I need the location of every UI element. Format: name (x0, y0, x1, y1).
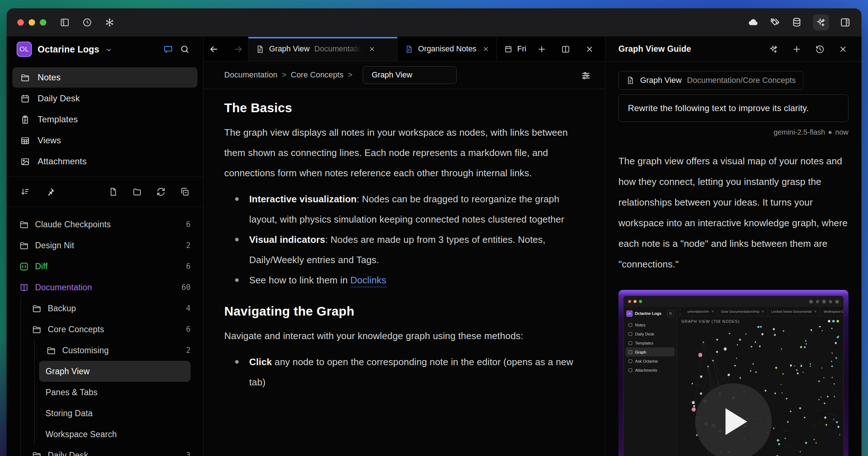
tree-item-workspace-search[interactable]: Workspace Search (7, 424, 191, 445)
embedded-video[interactable]: OL Octarine Logs NotesDaily DeskTemplate… (618, 290, 848, 456)
list-item: Interactive visualization: Nodes can be … (235, 189, 575, 229)
sidebar-item-views[interactable]: Views (12, 130, 197, 151)
new-chat-icon[interactable] (791, 44, 802, 55)
clock-icon[interactable] (82, 17, 93, 28)
collapse-all-icon[interactable] (179, 186, 190, 197)
tree-item-storing-data[interactable]: Storing Data (7, 403, 191, 424)
tab-organised-notes[interactable]: Organised Notes (397, 37, 497, 61)
tree-toolbar (7, 179, 203, 204)
tree-item-daily-desk[interactable]: Daily Desk3 (7, 445, 191, 456)
tree-item-claude-checkpoints[interactable]: Claude Checkpoints6 (7, 214, 191, 235)
database-icon[interactable] (791, 17, 802, 28)
asterisk-icon[interactable] (104, 17, 115, 28)
tree-item-panes-tabs[interactable]: Panes & Tabs (7, 382, 191, 403)
mini-tab-umentation-im: umentation/Im✕ (684, 307, 718, 316)
tree-item-customising[interactable]: Customising2 (7, 340, 191, 361)
folder-icon (19, 220, 29, 229)
item-count: 6 (186, 262, 191, 271)
mini-nav-attachments: Attachments (626, 366, 675, 375)
tab-friday-d[interactable]: Friday, D (497, 37, 526, 61)
mini-tab-gear-documentation-imp: Gear Documentation/Imp✕ (718, 307, 768, 316)
tab-graph-view[interactable]: Graph ViewDocumentatio (248, 37, 397, 61)
tree-item-backup[interactable]: Backup4 (7, 298, 191, 319)
titlebar (7, 8, 861, 37)
tree-item-core-concepts[interactable]: Core Concepts6 (7, 319, 191, 340)
note-editor[interactable]: The Basics The graph view displays all n… (204, 89, 605, 456)
section-heading: Navigating the Graph (224, 304, 575, 318)
sync-icon[interactable] (156, 186, 166, 197)
sidebar-item-notes[interactable]: Notes (12, 67, 197, 88)
folder-icon (19, 241, 29, 250)
item-count: 6 (186, 325, 191, 334)
item-count: 2 (186, 346, 191, 355)
zoom-window-button[interactable] (40, 19, 46, 26)
folder-icon (46, 346, 56, 355)
play-button[interactable] (695, 383, 772, 456)
file-icon (405, 45, 413, 54)
tags-icon[interactable] (770, 17, 780, 28)
item-count: 6 (186, 220, 191, 229)
history-icon[interactable] (814, 44, 825, 55)
chevron-down-icon[interactable] (105, 46, 112, 54)
close-panel-icon[interactable] (838, 44, 848, 55)
search-icon[interactable] (179, 44, 190, 55)
close-window-button[interactable] (17, 19, 24, 26)
tree-item-design-nit[interactable]: Design Nit2 (7, 235, 191, 256)
cloud-sync-icon[interactable] (748, 17, 759, 28)
workspace-name[interactable]: Octarine Logs (38, 44, 99, 55)
folder-icon (32, 325, 42, 334)
new-tab-icon[interactable] (536, 44, 547, 55)
doclinks-link[interactable]: Doclinks (350, 275, 386, 287)
close-tab-icon[interactable] (482, 46, 489, 52)
file-icon (626, 76, 635, 85)
code-icon (19, 262, 29, 271)
mini-graph-title: GRAPH VIEW (708 NODES) (681, 319, 740, 324)
history-forward-icon[interactable] (233, 44, 244, 55)
item-count: 3 (186, 451, 191, 456)
close-tab-icon[interactable] (369, 46, 375, 52)
paragraph: The graph view displays all notes in you… (224, 122, 575, 183)
close-pane-icon[interactable] (584, 44, 595, 55)
tree-item-documentation[interactable]: Documentation60 (7, 277, 191, 298)
context-note-chip[interactable]: Graph View Documentation/Core Concepts (618, 71, 803, 90)
file-tree: Claude Checkpoints6Design Nit2Diff6Docum… (7, 209, 203, 456)
file-icon (256, 45, 264, 54)
app-window: OL Octarine Logs NotesDaily DeskTemplate… (7, 8, 861, 456)
item-count: 4 (186, 304, 191, 313)
new-file-icon[interactable] (108, 186, 119, 197)
sort-icon[interactable] (20, 186, 30, 197)
sidebar-item-attachments[interactable]: Attachments (12, 151, 197, 172)
chat-icon[interactable] (163, 44, 174, 55)
image-icon (20, 157, 30, 166)
split-pane-icon[interactable] (560, 44, 571, 55)
panel-title: Graph View Guide (618, 44, 756, 54)
mini-nav-graph: Graph (626, 347, 675, 356)
sidebar-item-daily-desk[interactable]: Daily Desk (12, 88, 197, 109)
right-panel-toggle-icon[interactable] (840, 17, 851, 28)
pin-icon[interactable] (45, 186, 56, 197)
breadcrumb-row: Documentation>Core Concepts> Graph View (204, 62, 605, 89)
history-back-icon[interactable] (208, 44, 219, 55)
view-settings-icon[interactable] (580, 70, 591, 81)
mini-nav-templates: Templates (626, 338, 675, 347)
minimize-window-button[interactable] (29, 19, 35, 26)
ai-sparkles-toggle[interactable] (813, 14, 829, 30)
tree-item-diff[interactable]: Diff6 (7, 256, 191, 277)
workspace-avatar[interactable]: OL (17, 42, 32, 57)
sidebar-item-templates[interactable]: Templates (12, 109, 197, 130)
sparkles-icon[interactable] (768, 44, 779, 55)
graph-legend-dots (828, 320, 839, 322)
calendar-icon (20, 94, 30, 104)
mini-nav-notes: Notes (626, 320, 675, 329)
editor-pane: Graph ViewDocumentatioOrganised NotesFri… (204, 37, 605, 456)
item-count: 2 (186, 241, 191, 250)
tree-item-graph-view[interactable]: Graph View (39, 361, 191, 382)
section-heading: The Basics (224, 101, 575, 115)
list-item: See how to link them in Doclinks (235, 270, 575, 290)
new-folder-icon[interactable] (132, 186, 142, 197)
item-count: 60 (182, 283, 191, 292)
breadcrumb[interactable]: Documentation>Core Concepts> (224, 71, 357, 80)
ai-response-text: The graph view offers a visual map of yo… (618, 151, 848, 275)
note-title-input[interactable]: Graph View (363, 66, 457, 84)
left-panel-toggle-icon[interactable] (59, 17, 70, 28)
